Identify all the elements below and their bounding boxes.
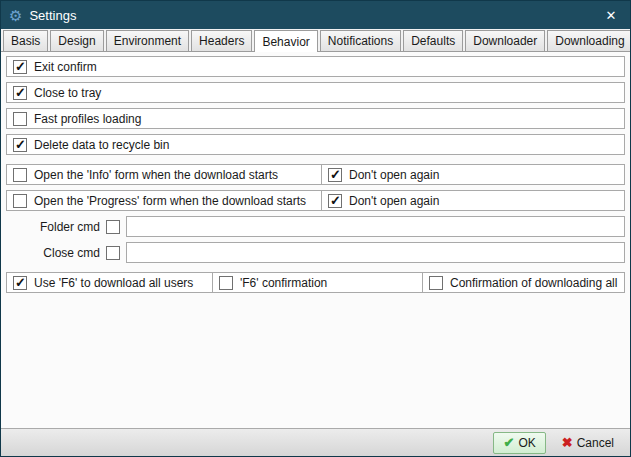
folder-cmd-label: Folder cmd	[36, 220, 100, 234]
info-dont-open-label: Don't open again	[349, 168, 439, 182]
confirm-downloading-all-label: Confirmation of downloading all	[450, 276, 617, 290]
tab-bar: Basis Design Environment Headers Behavio…	[1, 29, 630, 52]
ok-check-icon: ✔	[503, 435, 514, 450]
delete-recycle-checkbox[interactable]	[13, 138, 27, 152]
info-form-label: Open the 'Info' form when the download s…	[34, 168, 278, 182]
ok-button[interactable]: ✔ OK	[493, 432, 545, 454]
ok-button-label: OK	[518, 436, 535, 450]
folder-cmd-input[interactable]	[126, 216, 625, 237]
f6-confirmation-cell: 'F6' confirmation	[212, 273, 422, 292]
tab-basis[interactable]: Basis	[3, 30, 48, 51]
row-exit-confirm: Exit confirm	[6, 56, 625, 77]
close-to-tray-checkbox[interactable]	[13, 86, 27, 100]
info-dont-open-checkbox[interactable]	[328, 168, 342, 182]
close-button[interactable]: ✕	[592, 1, 630, 29]
confirm-downloading-all-checkbox[interactable]	[429, 276, 443, 290]
info-form-checkbox[interactable]	[13, 168, 27, 182]
row-f6-options: Use 'F6' to download all users 'F6' conf…	[6, 272, 625, 293]
exit-confirm-checkbox[interactable]	[13, 60, 27, 74]
close-cmd-input[interactable]	[126, 242, 625, 263]
tab-headers[interactable]: Headers	[191, 30, 252, 51]
row-close-to-tray: Close to tray	[6, 82, 625, 103]
f6-confirmation-checkbox[interactable]	[219, 276, 233, 290]
use-f6-checkbox[interactable]	[13, 276, 27, 290]
close-cmd-label: Close cmd	[36, 246, 100, 260]
tab-design[interactable]: Design	[50, 30, 103, 51]
f6-confirmation-label: 'F6' confirmation	[240, 276, 327, 290]
close-cmd-checkbox[interactable]	[106, 246, 120, 260]
settings-window: ⚙ Settings ✕ Basis Design Environment He…	[0, 0, 631, 457]
info-form-cell: Open the 'Info' form when the download s…	[7, 165, 321, 184]
row-close-cmd: Close cmd	[6, 242, 625, 263]
tab-environment[interactable]: Environment	[106, 30, 189, 51]
fast-profiles-label: Fast profiles loading	[34, 112, 141, 126]
delete-recycle-label: Delete data to recycle bin	[34, 138, 169, 152]
fast-profiles-checkbox[interactable]	[13, 112, 27, 126]
progress-dont-open-label: Don't open again	[349, 194, 439, 208]
row-delete-recycle: Delete data to recycle bin	[6, 134, 625, 155]
progress-dont-open-checkbox[interactable]	[328, 194, 342, 208]
cancel-x-icon: ✖	[562, 435, 573, 450]
use-f6-label: Use 'F6' to download all users	[34, 276, 193, 290]
close-to-tray-label: Close to tray	[34, 86, 101, 100]
use-f6-cell: Use 'F6' to download all users	[7, 273, 212, 292]
row-progress-form: Open the 'Progress' form when the downlo…	[6, 190, 625, 211]
titlebar: ⚙ Settings ✕	[1, 1, 630, 29]
tab-downloading[interactable]: Downloading	[547, 30, 631, 51]
tab-downloader[interactable]: Downloader	[465, 30, 545, 51]
footer-bar: ✔ OK ✖ Cancel	[1, 428, 630, 456]
window-title: Settings	[29, 8, 76, 23]
row-folder-cmd: Folder cmd	[6, 216, 625, 237]
progress-form-cell: Open the 'Progress' form when the downlo…	[7, 191, 321, 210]
progress-form-label: Open the 'Progress' form when the downlo…	[34, 194, 306, 208]
row-fast-profiles: Fast profiles loading	[6, 108, 625, 129]
row-info-form: Open the 'Info' form when the download s…	[6, 164, 625, 185]
progress-form-checkbox[interactable]	[13, 194, 27, 208]
folder-cmd-checkbox[interactable]	[106, 220, 120, 234]
cancel-button-label: Cancel	[577, 436, 614, 450]
tab-notifications[interactable]: Notifications	[320, 30, 401, 51]
progress-form-dont-open-cell: Don't open again	[321, 191, 624, 210]
cancel-button[interactable]: ✖ Cancel	[552, 432, 624, 454]
gear-icon: ⚙	[9, 8, 22, 23]
exit-confirm-label: Exit confirm	[34, 60, 97, 74]
tab-behavior[interactable]: Behavior	[254, 30, 317, 52]
info-form-dont-open-cell: Don't open again	[321, 165, 624, 184]
confirm-downloading-all-cell: Confirmation of downloading all	[422, 273, 624, 292]
close-icon: ✕	[606, 8, 617, 23]
tab-defaults[interactable]: Defaults	[403, 30, 463, 51]
settings-content: Exit confirm Close to tray Fast profiles…	[1, 52, 630, 428]
